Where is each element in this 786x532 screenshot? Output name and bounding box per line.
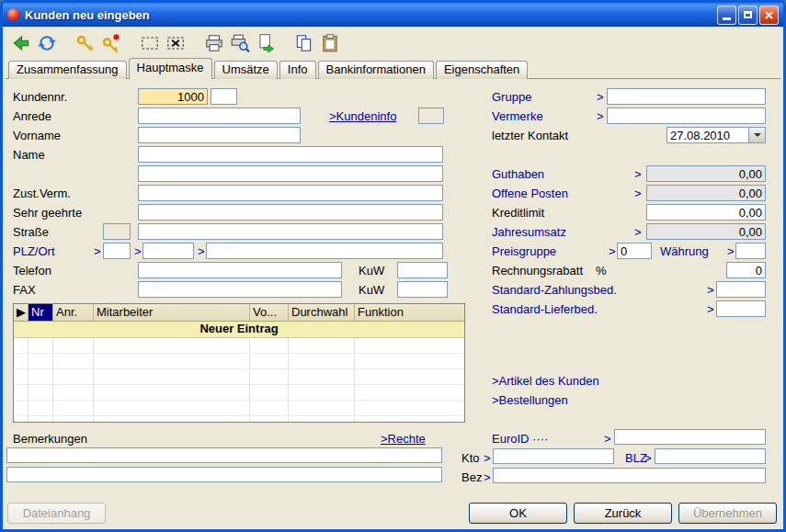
kundeninfo-link[interactable]: >Kundeninfo [329, 109, 396, 123]
dateianhang-button[interactable]: Dateianhang [7, 503, 106, 524]
zustverm-field[interactable] [138, 185, 443, 201]
kundennr-field[interactable] [138, 88, 208, 105]
minimize-button[interactable] [717, 6, 736, 25]
plz-country-field[interactable] [103, 243, 131, 259]
dropdown-button[interactable] [748, 128, 765, 142]
std-lieferbed-label[interactable]: Standard-Lieferbed. [492, 302, 598, 316]
zustverm-label: Zust.Verm. [13, 187, 71, 200]
euroid-label[interactable]: EuroID ···· [492, 432, 548, 446]
grid-empty-row [14, 338, 464, 354]
offene-posten-field[interactable] [646, 185, 766, 201]
telefon-kuw-field[interactable] [397, 262, 448, 278]
deselect-region-button[interactable] [163, 30, 188, 56]
guthaben-field[interactable] [646, 165, 766, 182]
chevron: > [634, 225, 642, 239]
kundennr-suffix-field[interactable] [211, 88, 237, 105]
grid-new-entry-row[interactable]: Neuer Eintrag [14, 322, 464, 338]
sehr-geehrte-label: Sehr geehrte [13, 206, 82, 220]
tab-umsaetze[interactable]: Umsätze [214, 61, 278, 79]
plz-field[interactable] [142, 243, 194, 259]
grid-header-durchwahl[interactable]: Durchwahl [289, 304, 355, 321]
rechnungsrabatt-field[interactable] [726, 262, 766, 278]
euroid-field[interactable] [614, 429, 766, 445]
ok-button[interactable]: OK [469, 503, 567, 524]
anrede-field[interactable] [138, 108, 301, 124]
plz-ort-label[interactable]: PLZ/Ort [13, 244, 55, 258]
waehrung-label[interactable]: Währung [660, 244, 709, 258]
print-icon [204, 33, 224, 53]
grid-header-mitarbeiter[interactable]: Mitarbeiter [94, 304, 250, 321]
artikel-des-kunden-link[interactable]: >Artikel des Kunden [492, 374, 599, 388]
ort-field[interactable] [206, 243, 443, 259]
guthaben-label[interactable]: Guthaben [492, 167, 544, 181]
tab-bankinformationen[interactable]: Bankinformationen [318, 61, 434, 79]
kreditlimit-field[interactable] [646, 204, 766, 221]
std-zahlungsbed-field[interactable] [716, 281, 766, 298]
name2-field[interactable] [138, 165, 443, 182]
uebernehmen-button[interactable]: Übernehmen [678, 503, 777, 524]
print-preview-button[interactable] [227, 30, 253, 56]
preisgruppe-label[interactable]: Preisgruppe [492, 244, 556, 258]
vorname-field[interactable] [138, 127, 301, 143]
minimize-icon [723, 17, 731, 20]
zurueck-button[interactable]: Zurück [574, 503, 672, 524]
chevron: > [604, 432, 611, 446]
kto-field[interactable] [493, 448, 614, 464]
strasse-field[interactable] [138, 223, 443, 240]
kundeninfo-flag-field[interactable] [418, 108, 444, 124]
close-button[interactable] [759, 6, 779, 25]
window-controls [717, 6, 779, 25]
grid-header-vorname[interactable]: Vo... [250, 304, 289, 321]
bez-label: Bez [461, 470, 482, 484]
contacts-grid[interactable]: ▶ Nr Anr. Mitarbeiter Vo... Durchwahl Fu… [13, 303, 465, 423]
preisgruppe-field[interactable] [617, 243, 652, 259]
waehrung-field[interactable] [735, 243, 766, 259]
grid-header-nr[interactable]: Nr [28, 304, 53, 321]
key-button[interactable] [73, 30, 98, 56]
sehr-geehrte-field[interactable] [138, 204, 443, 221]
bez-field[interactable] [493, 468, 766, 483]
std-zahlungsbed-label[interactable]: Standard-Zahlungsbed. [492, 283, 617, 297]
blz-field[interactable] [655, 448, 766, 464]
chevron: > [707, 283, 714, 297]
rechte-link[interactable]: >Rechte [381, 432, 426, 446]
tab-zusammenfassung[interactable]: Zusammenfassung [8, 61, 127, 79]
jahresumsatz-label[interactable]: Jahresumsatz [492, 225, 566, 239]
tab-eigenschaften[interactable]: Eigenschaften [436, 61, 528, 79]
copy-button[interactable] [291, 30, 317, 56]
chevron: > [198, 244, 205, 258]
bestellungen-link[interactable]: >Bestellungen [492, 393, 568, 407]
std-lieferbed-field[interactable] [716, 300, 766, 317]
tab-info[interactable]: Info [279, 61, 316, 79]
chevron: > [597, 90, 604, 104]
jahresumsatz-field[interactable] [646, 223, 766, 240]
maximize-button[interactable] [738, 6, 758, 25]
gruppe-label[interactable]: Gruppe [492, 90, 531, 104]
key-new-button[interactable] [98, 30, 124, 56]
name-field[interactable] [138, 146, 443, 163]
tab-hauptmaske[interactable]: Hauptmaske [129, 58, 212, 79]
telefon-field[interactable] [138, 262, 342, 278]
letzter-kontakt-dropdown[interactable]: 27.08.2010 [666, 127, 766, 143]
vermerke-label[interactable]: Vermerke [492, 109, 543, 123]
back-button[interactable] [8, 30, 34, 56]
anrede-label: Anrede [13, 109, 51, 123]
print-button[interactable] [201, 30, 227, 56]
refresh-button[interactable] [34, 30, 60, 56]
offene-posten-label[interactable]: Offene Posten [492, 187, 568, 200]
select-region-button[interactable] [137, 30, 163, 56]
grid-header-funktion[interactable]: Funktion [355, 304, 464, 321]
gruppe-field[interactable] [607, 88, 766, 105]
chevron: > [634, 167, 642, 181]
bemerkungen-field-1[interactable] [6, 447, 442, 463]
strasse-prefix-field[interactable] [103, 223, 131, 240]
letzter-kontakt-value: 27.08.2010 [667, 129, 748, 142]
vermerke-field[interactable] [607, 108, 766, 124]
titlebar[interactable]: Kunden neu eingeben [3, 3, 783, 27]
paste-button[interactable] [317, 30, 343, 56]
fax-kuw-field[interactable] [397, 281, 448, 298]
bemerkungen-field-2[interactable] [6, 467, 442, 482]
fax-field[interactable] [138, 281, 342, 298]
export-button[interactable] [253, 30, 279, 56]
grid-header-anr[interactable]: Anr. [53, 304, 94, 321]
